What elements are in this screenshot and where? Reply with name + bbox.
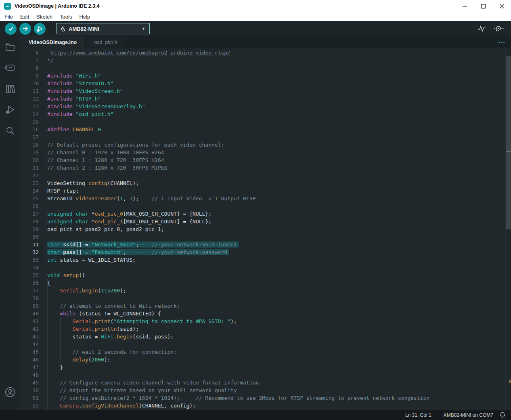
line-number: 25: [20, 195, 46, 202]
code-line[interactable]: 49 // Configure camera video channel wit…: [20, 379, 511, 386]
code-line[interactable]: 40 while (status != WL_CONNECTED) {: [20, 310, 511, 317]
tab-more-menu[interactable]: [498, 36, 505, 48]
line-number: 10: [20, 80, 46, 87]
debug-button[interactable]: [34, 23, 46, 35]
code-line[interactable]: 11#include "VideoStream.h": [20, 87, 511, 95]
menu-help[interactable]: Help: [75, 12, 94, 21]
sidebar-item-boards-manager[interactable]: [0, 57, 20, 78]
code-line[interactable]: 44: [20, 340, 511, 348]
code-line[interactable]: 37 Serial.begin(115200);: [20, 287, 511, 294]
code-line[interactable]: 38: [20, 294, 511, 302]
code-line[interactable]: 34: [20, 264, 511, 271]
code-line[interactable]: 33int status = WL_IDLE_STATUS;: [20, 256, 511, 264]
code-line[interactable]: 20// Channel 1 : 1280 x 720 30FPS H264: [20, 156, 511, 164]
code-line[interactable]: 45 // wait 2 seconds for connection:: [20, 348, 511, 356]
serial-monitor-icon[interactable]: [493, 25, 504, 32]
code-line[interactable]: 35void setup(): [20, 271, 511, 279]
code-line[interactable]: 41 Serial.print("Attempting to connect t…: [20, 317, 511, 325]
cursor-position[interactable]: Ln 31, Col 1: [405, 412, 431, 418]
line-number: 46: [20, 356, 46, 363]
code-line[interactable]: 43 status = WiFi.begin(ssid, pass);: [20, 333, 511, 340]
code-line[interactable]: 29osd_pict_st posd2_pic_0, posd2_pic_1;: [20, 225, 511, 233]
editor-tab-bar: VideoOSDImage.ino osd_pict.h: [20, 36, 511, 48]
code-line[interactable]: 50 // Adjust the bitrate based on your W…: [20, 386, 511, 394]
code-line[interactable]: 8: [20, 64, 511, 72]
code-line[interactable]: 39 // attempt to connect to Wifi network…: [20, 302, 511, 310]
code-line[interactable]: 51 // config.setBitrate(2 * 1024 * 1024)…: [20, 394, 511, 402]
code-text: #include "RTSP.h": [46, 95, 101, 103]
code-line[interactable]: 28unsigned char *osd_pic_1[MAX_OSD_CH_CO…: [20, 218, 511, 225]
line-number: 36: [20, 279, 46, 287]
line-number: 26: [20, 202, 46, 210]
line-number: 27: [20, 210, 46, 218]
code-line[interactable]: 18// Default preset configurations for e…: [20, 141, 511, 149]
code-line[interactable]: 12#include "RTSP.h": [20, 95, 511, 103]
code-line[interactable]: 7*/: [20, 57, 511, 64]
code-line[interactable]: 30: [20, 233, 511, 241]
code-line[interactable]: 23VideoSetting config(CHANNEL);: [20, 179, 511, 187]
code-line[interactable]: 26: [20, 202, 511, 210]
menu-edit[interactable]: Edit: [17, 12, 33, 21]
code-line[interactable]: 10#include "StreamIO.h": [20, 80, 511, 87]
code-text: char·pass[]·=·"Password";········//·your…: [46, 248, 229, 256]
line-number: 19: [20, 149, 46, 156]
line-number: 43: [20, 333, 46, 340]
code-line[interactable]: 52 Camera.configVideoChannel(CHANNEL, co…: [20, 402, 511, 410]
line-number: 9: [20, 72, 46, 80]
code-line[interactable]: 27unsigned char *osd_pic_0[MAX_OSD_CH_CO…: [20, 210, 511, 218]
notifications-button[interactable]: [500, 412, 505, 418]
scrollbar-thumb[interactable]: [506, 56, 511, 229]
verify-button[interactable]: [5, 23, 17, 35]
sidebar-item-search[interactable]: [0, 120, 20, 141]
line-number: 37: [20, 287, 46, 294]
line-number: 23: [20, 179, 46, 187]
code-line[interactable]: 14#include "osd_pict.h": [20, 110, 511, 118]
menu-tools[interactable]: Tools: [56, 12, 75, 21]
code-line[interactable]: 46 delay(2000);: [20, 356, 511, 363]
code-text: #include "StreamIO.h": [46, 80, 113, 87]
code-line[interactable]: 24RTSP rtsp;: [20, 187, 511, 195]
minimize-button[interactable]: [455, 0, 474, 12]
code-line[interactable]: 16#define CHANNEL 0: [20, 126, 511, 133]
code-text: while (status != WL_CONNECTED) {: [46, 310, 161, 317]
line-number: 22: [20, 172, 46, 179]
code-line[interactable]: 15: [20, 118, 511, 126]
menu-sketch[interactable]: Sketch: [33, 12, 56, 21]
code-line[interactable]: 42 Serial.println(ssid);: [20, 325, 511, 333]
maximize-button[interactable]: [474, 0, 492, 12]
code-line[interactable]: 19// Channel 0 : 1920 x 1080 30FPS H264: [20, 149, 511, 156]
code-line[interactable]: 48: [20, 371, 511, 379]
line-number: 6: [20, 49, 46, 57]
code-editor[interactable]: 6 https://www.amebaiot.com/en/amebapro2-…: [20, 48, 511, 410]
code-text: [46, 371, 47, 379]
code-line[interactable]: 32char·pass[]·=·"Password";········//·yo…: [20, 248, 511, 256]
upload-button[interactable]: [19, 23, 31, 35]
sidebar-item-account[interactable]: [0, 382, 20, 403]
line-number: 38: [20, 294, 46, 302]
sidebar-item-sketchbook[interactable]: [0, 36, 20, 57]
code-line[interactable]: 9#include "WiFi.h": [20, 72, 511, 80]
line-number: 14: [20, 110, 46, 118]
close-button[interactable]: [492, 0, 511, 12]
menu-file[interactable]: File: [1, 12, 17, 21]
code-line[interactable]: 36{: [20, 279, 511, 287]
sidebar-item-library-manager[interactable]: [0, 78, 20, 99]
code-line[interactable]: 22: [20, 172, 511, 179]
code-line[interactable]: 13#include "VideoStreamOverlay.h": [20, 103, 511, 110]
board-selector[interactable]: AMB82-MINI ▼: [56, 23, 150, 34]
editor-scrollbar[interactable]: [505, 48, 511, 410]
code-line[interactable]: 6 https://www.amebaiot.com/en/amebapro2-…: [20, 49, 511, 57]
code-line[interactable]: 47 }: [20, 363, 511, 371]
serial-plotter-icon[interactable]: [477, 25, 486, 32]
tab-videoosdimage-ino[interactable]: VideoOSDImage.ino: [20, 36, 86, 48]
check-icon: [8, 25, 14, 32]
code-line[interactable]: 21// Channel 2 : 1280 x 720 30FPS MJPEG: [20, 164, 511, 172]
code-line[interactable]: 25StreamIO videoStreamer(1, 1); // 1 Inp…: [20, 195, 511, 202]
code-line[interactable]: 17: [20, 133, 511, 141]
tab-osd-pict-h[interactable]: osd_pict.h: [86, 36, 126, 48]
line-number: 32: [20, 248, 46, 256]
notification-bell-icon: [500, 412, 505, 418]
code-line[interactable]: 31char·ssid[]·=·"Network_SSID";····//·yo…: [20, 241, 511, 248]
sidebar-item-debug[interactable]: [0, 99, 20, 120]
board-port-status[interactable]: AMB82-MINI on COM7: [444, 412, 493, 418]
